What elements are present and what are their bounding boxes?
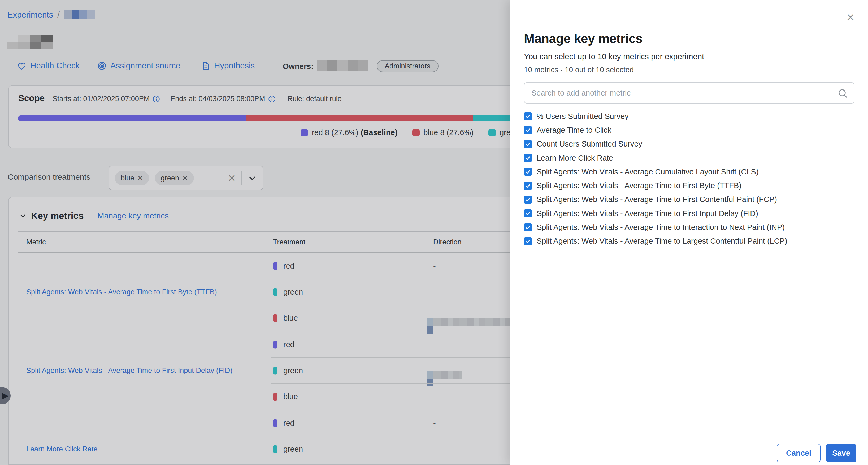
metric-checkbox-row[interactable]: Split Agents: Web Vitals - Average Cumul… [524,165,855,179]
metric-checkbox-row[interactable]: Split Agents: Web Vitals - Average Time … [524,220,855,234]
app-root: Experiments / Health Check Assignment so [0,0,868,465]
checkbox-checked-icon[interactable] [524,224,532,231]
metric-checkbox-row[interactable]: Average Time to Click [524,123,855,137]
search-input[interactable] [524,83,854,103]
close-icon[interactable]: ✕ [844,11,857,24]
checkbox-checked-icon[interactable] [524,140,532,148]
metric-checkbox-row[interactable]: Split Agents: Web Vitals - Average Time … [524,193,855,206]
search-icon [837,88,848,99]
checkbox-checked-icon[interactable] [524,182,532,190]
metric-checkbox-row[interactable]: Split Agents: Web Vitals - Average Time … [524,179,855,193]
metric-checkbox-row[interactable]: % Users Submitted Survey [524,109,855,123]
checkbox-checked-icon[interactable] [524,196,532,204]
metric-checkbox-row[interactable]: Split Agents: Web Vitals - Average Time … [524,234,855,248]
cancel-button[interactable]: Cancel [777,444,820,462]
checkbox-checked-icon[interactable] [524,209,532,217]
checkbox-checked-icon[interactable] [524,168,532,176]
metric-checkbox-row[interactable]: Learn More Click Rate [524,151,855,165]
checkbox-checked-icon[interactable] [524,237,532,245]
metric-checkbox-list: % Users Submitted Survey Average Time to… [524,109,855,248]
drawer-subtitle: You can select up to 10 key metrics per … [524,52,704,61]
checkbox-checked-icon[interactable] [524,154,532,162]
metrics-selected-summary: 10 metrics · 10 out of 10 selected [524,65,634,74]
drawer-footer: Cancel Save [510,433,868,465]
save-button[interactable]: Save [826,444,856,462]
metric-checkbox-row[interactable]: Count Users Submitted Survey [524,137,855,151]
metric-checkbox-row[interactable]: Split Agents: Web Vitals - Average Time … [524,206,855,220]
metric-search [524,82,855,104]
checkbox-checked-icon[interactable] [524,112,532,120]
manage-key-metrics-drawer: ✕ Manage key metrics You can select up t… [510,0,868,465]
checkbox-checked-icon[interactable] [524,126,532,134]
drawer-title: Manage key metrics [524,31,643,46]
